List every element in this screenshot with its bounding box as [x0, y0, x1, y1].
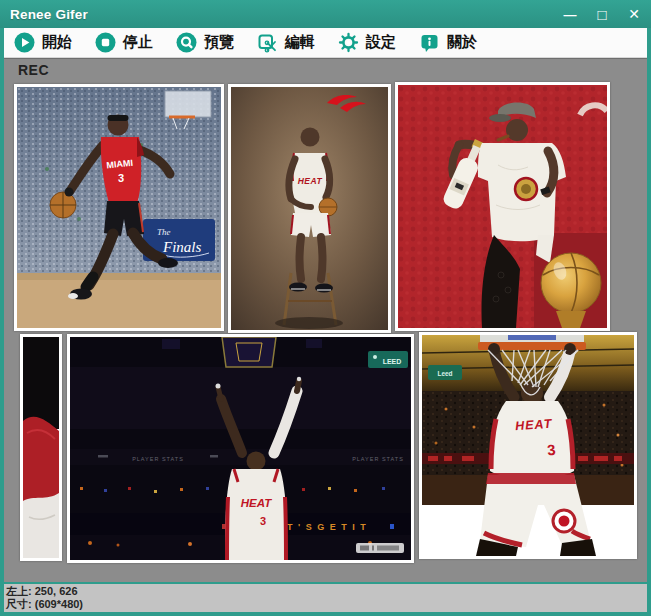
photo-wade-dribbling: The Finals MIAMI 3 — [14, 84, 224, 331]
preview-button[interactable]: 預覽 — [172, 30, 238, 55]
about-label: 關於 — [447, 33, 477, 52]
start-button[interactable]: 開始 — [10, 30, 76, 55]
jersey-team-text: HEAT — [515, 417, 553, 434]
window-controls: — □ ✕ — [559, 0, 645, 28]
leed-sign: LEED — [368, 351, 408, 368]
player-stats-left-text: PLAYER STATS — [132, 456, 184, 462]
settings-label: 設定 — [366, 33, 396, 52]
edit-button[interactable]: 編輯 — [253, 30, 319, 55]
edit-label: 編輯 — [285, 33, 315, 52]
maximize-button[interactable]: □ — [591, 4, 613, 24]
finals-sign-small-text: The — [157, 227, 171, 237]
window-frame-left — [0, 28, 4, 616]
window-frame-bottom — [0, 612, 651, 616]
start-label: 開始 — [42, 33, 72, 52]
leed-sign-text: LEED — [383, 358, 402, 365]
photo-wade-celebration — [395, 82, 610, 331]
photo-wade-arms-raised: LEED PLAYER STATS PLAYER STATS L E T ' S — [67, 334, 414, 563]
stop-icon — [95, 32, 116, 53]
window-frame-right — [647, 28, 651, 616]
minimize-button[interactable]: — — [559, 4, 581, 24]
leed-sign-text: Leed — [437, 370, 452, 377]
stop-label: 停止 — [123, 33, 153, 52]
about-icon — [419, 32, 440, 53]
jersey-number-text: 3 — [118, 172, 124, 184]
stop-button[interactable]: 停止 — [91, 30, 157, 55]
settings-button[interactable]: 設定 — [334, 30, 400, 55]
jersey-number-text: 3 — [546, 441, 556, 459]
title-bar[interactable]: Renee Gifer — □ ✕ — [0, 0, 651, 28]
leed-sign-small: Leed — [428, 365, 462, 380]
photo-red-jersey-sliver — [20, 334, 62, 561]
finals-sign-text: Finals — [162, 239, 201, 255]
photo-wade-dunk: Leed — [419, 332, 637, 559]
watermark — [356, 543, 404, 553]
status-topleft-coords: 左上: 250, 626 — [6, 585, 651, 598]
toolbar: 開始 停止 預覽 — [0, 28, 651, 58]
jersey-number-text: 3 — [260, 515, 266, 527]
rec-label: REC — [18, 62, 49, 78]
player-stats-right-text: PLAYER STATS — [352, 456, 404, 462]
edit-icon — [257, 32, 278, 53]
close-button[interactable]: ✕ — [623, 4, 645, 24]
status-capture-size: 尺寸: (609*480) — [6, 598, 651, 611]
settings-icon — [338, 32, 359, 53]
renee-gifer-window: Renee Gifer — □ ✕ 開始 停止 — [0, 0, 651, 616]
preview-label: 預覽 — [204, 33, 234, 52]
preview-icon — [176, 32, 197, 53]
status-bar: 左上: 250, 626 尺寸: (609*480) — [0, 582, 651, 612]
jersey-team-text: HEAT — [241, 497, 272, 509]
window-title: Renee Gifer — [10, 7, 88, 22]
capture-region: REC — [4, 58, 647, 582]
about-button[interactable]: 關於 — [415, 30, 481, 55]
photo-wade-studio: HEAT — [228, 84, 391, 333]
play-icon — [14, 32, 35, 53]
jersey-team-text: HEAT — [298, 176, 323, 186]
